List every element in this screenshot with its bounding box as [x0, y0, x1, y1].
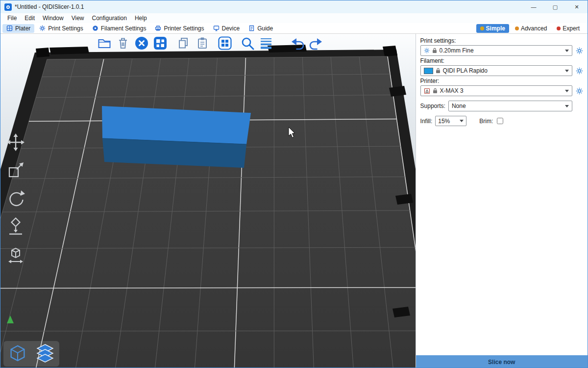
- close-button[interactable]: ✕: [566, 0, 588, 13]
- filament-spool-icon: [92, 25, 98, 31]
- menu-bar: File Edit Window View Configuration Help: [0, 13, 588, 23]
- tab-label: Plater: [15, 25, 30, 32]
- sliced-layers-icon: [34, 343, 56, 364]
- tab-guide[interactable]: Guide: [245, 24, 277, 33]
- undo-button[interactable]: [290, 35, 305, 51]
- supports-combo[interactable]: None: [448, 101, 572, 111]
- filament-edit-button[interactable]: [575, 67, 583, 75]
- delete-all-button[interactable]: [134, 35, 149, 51]
- mode-advanced[interactable]: Advanced: [511, 24, 551, 33]
- supports-value: None: [452, 103, 563, 109]
- tab-label: Printer Settings: [164, 25, 204, 32]
- undo-icon: [290, 36, 305, 51]
- tab-bar: Plater Print Settings Filament Settings …: [0, 23, 588, 34]
- arrange-icon: [153, 36, 168, 51]
- redo-button[interactable]: [308, 35, 324, 51]
- menu-edit[interactable]: Edit: [21, 14, 39, 23]
- simple-mode-dot-icon: [480, 26, 484, 30]
- infill-combo[interactable]: 15%: [435, 116, 466, 126]
- printer-label: Printer:: [420, 78, 583, 84]
- split-to-objects-button[interactable]: [217, 35, 233, 51]
- open-project-button[interactable]: [97, 35, 112, 51]
- place-on-face-tool-button[interactable]: [5, 216, 26, 237]
- advanced-mode-dot-icon: [515, 26, 519, 30]
- tab-label: Filament Settings: [101, 25, 147, 32]
- printer-icon: [155, 25, 161, 31]
- menu-help[interactable]: Help: [131, 14, 151, 23]
- search-button[interactable]: [240, 35, 255, 51]
- window-title: *Untitled - QIDISlicer-1.0.1: [15, 3, 84, 10]
- 3d-viewport[interactable]: [0, 34, 416, 368]
- menu-file[interactable]: File: [3, 14, 21, 23]
- lock-icon: [436, 68, 441, 74]
- paste-button[interactable]: [195, 35, 210, 51]
- gear-icon: [39, 25, 46, 31]
- trash-icon: [116, 36, 130, 51]
- printer-value: X-MAX 3: [440, 87, 563, 94]
- delete-all-icon: [134, 36, 149, 51]
- brim-checkbox[interactable]: [497, 118, 503, 124]
- delete-button[interactable]: [115, 35, 131, 51]
- menu-configuration[interactable]: Configuration: [88, 14, 131, 23]
- tab-filament-settings[interactable]: Filament Settings: [88, 24, 150, 33]
- gear-icon: [576, 47, 583, 54]
- chevron-down-icon: [460, 120, 464, 122]
- supports-label: Supports:: [420, 103, 445, 109]
- expert-mode-dot-icon: [557, 26, 561, 30]
- print-settings-combo[interactable]: 0.20mm Fine: [420, 45, 572, 56]
- window-controls: — ▢ ✕: [523, 0, 588, 13]
- model-object[interactable]: [0, 34, 416, 368]
- folder-open-icon: [97, 36, 112, 51]
- gear-icon: [576, 67, 583, 75]
- slice-now-button[interactable]: Slice now: [416, 355, 588, 368]
- editor-view-button[interactable]: [5, 342, 30, 365]
- print-settings-edit-button[interactable]: [575, 47, 583, 54]
- move-tool-button[interactable]: [5, 132, 26, 153]
- tab-print-settings[interactable]: Print Settings: [35, 24, 87, 33]
- chevron-down-icon: [565, 105, 569, 107]
- profile-gear-icon: [424, 48, 430, 53]
- settings-sidebar: Print settings: 0.20mm Fine Filament: QI…: [416, 34, 588, 368]
- filament-value: QIDI PLA Rapido: [443, 67, 563, 74]
- brim-label: Brim:: [479, 118, 493, 125]
- print-settings-value: 0.20mm Fine: [440, 47, 563, 54]
- tab-plater[interactable]: Plater: [2, 24, 34, 33]
- infill-label: Infill:: [420, 118, 433, 125]
- copy-button[interactable]: [176, 35, 192, 51]
- lock-icon: [433, 88, 438, 94]
- print-settings-label: Print settings:: [420, 37, 583, 44]
- preview-view-button[interactable]: [33, 342, 57, 365]
- measure-icon: [6, 244, 25, 264]
- rotate-icon: [6, 188, 25, 208]
- menu-view[interactable]: View: [68, 14, 88, 23]
- mode-expert[interactable]: Expert: [553, 24, 584, 33]
- tab-printer-settings[interactable]: Printer Settings: [151, 24, 208, 33]
- measure-tool-button[interactable]: [5, 244, 26, 264]
- main-area: Print settings: 0.20mm Fine Filament: QI…: [0, 34, 588, 368]
- search-icon: [240, 36, 255, 51]
- split-objects-icon: [218, 36, 232, 51]
- printer-icon: [424, 88, 430, 94]
- maximize-button[interactable]: ▢: [544, 0, 566, 13]
- printer-edit-button[interactable]: [575, 87, 583, 95]
- infill-value: 15%: [438, 118, 457, 125]
- tab-device[interactable]: Device: [209, 24, 244, 33]
- plater-icon: [6, 25, 13, 31]
- app-logo-icon: [4, 3, 12, 11]
- mode-simple[interactable]: Simple: [476, 24, 509, 33]
- gear-icon: [576, 87, 583, 95]
- guide-book-icon: [248, 25, 255, 31]
- rotate-tool-button[interactable]: [5, 188, 26, 209]
- scale-tool-button[interactable]: [5, 160, 26, 181]
- menu-window[interactable]: Window: [39, 14, 68, 23]
- filament-combo[interactable]: QIDI PLA Rapido: [420, 65, 572, 76]
- printer-combo[interactable]: X-MAX 3: [420, 85, 572, 96]
- gizmo-toolbar: [5, 132, 26, 264]
- minimize-button[interactable]: —: [523, 0, 544, 13]
- variable-layer-height-button[interactable]: [258, 35, 274, 51]
- tab-label: Device: [222, 25, 240, 32]
- scale-icon: [6, 160, 25, 180]
- filament-color-swatch: [424, 68, 433, 74]
- tab-label: Guide: [257, 25, 273, 32]
- arrange-button[interactable]: [152, 35, 168, 51]
